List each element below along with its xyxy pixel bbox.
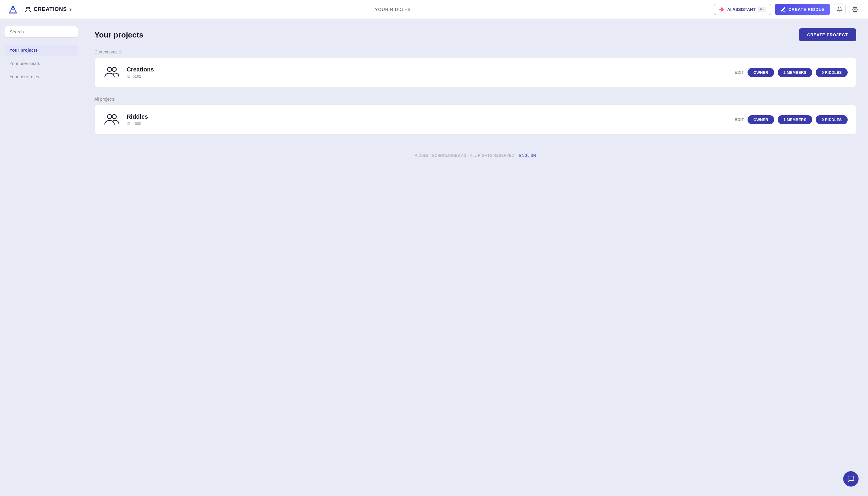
svg-point-8 <box>112 114 116 119</box>
sidebar: Your projects Your user seats Your user … <box>0 19 83 496</box>
project-edit-link-riddles[interactable]: EDIT <box>734 117 744 122</box>
search-input[interactable] <box>5 26 78 37</box>
project-card-riddles: Riddles ID: 4600 EDIT OWNER 1 MEMBERS 0 … <box>94 105 856 135</box>
sidebar-item-your-projects[interactable]: Your projects <box>5 45 78 56</box>
page-header: Your projects CREATE PROJECT <box>94 28 856 41</box>
current-project-owner-badge[interactable]: OWNER <box>747 68 774 77</box>
create-project-button[interactable]: CREATE PROJECT <box>799 28 856 41</box>
header-right: AI ASSISTANT ⌘K CREATE RIDDLE <box>714 3 861 15</box>
creations-label: CREATIONS <box>34 6 67 12</box>
current-project-riddles-badge[interactable]: 0 RIDDLES <box>816 68 848 77</box>
current-project-label: Current project <box>94 50 856 54</box>
page-title: Your projects <box>94 30 143 40</box>
main-content: Your projects CREATE PROJECT Current pro… <box>83 19 868 496</box>
all-projects-label: All projects <box>94 97 856 102</box>
project-members-badge-riddles[interactable]: 1 MEMBERS <box>778 115 812 124</box>
svg-point-3 <box>28 7 30 9</box>
project-owner-badge-riddles[interactable]: OWNER <box>747 115 774 124</box>
footer-language-link[interactable]: ENGLISH <box>519 154 536 158</box>
creations-nav[interactable]: CREATIONS ▾ <box>25 6 72 13</box>
project-name-riddles: Riddles <box>127 113 729 120</box>
chevron-down-icon: ▾ <box>69 7 72 12</box>
ai-shortcut-badge: ⌘K <box>758 7 766 12</box>
sidebar-item-your-user-roles[interactable]: Your user roles <box>5 71 78 82</box>
project-riddles-badge-riddles[interactable]: 0 RIDDLES <box>816 115 848 124</box>
svg-point-4 <box>854 9 856 10</box>
header: CREATIONS ▾ YOUR RIDDLES AI ASSISTANT ⌘K <box>0 0 868 19</box>
your-riddles-link[interactable]: YOUR RIDDLES <box>375 7 411 12</box>
main-layout: Your projects Your user seats Your user … <box>0 19 868 496</box>
project-icon <box>103 63 121 81</box>
project-id-riddles: ID: 4600 <box>127 121 729 126</box>
current-project-info: Creations ID: 5162 <box>127 66 729 79</box>
current-project-edit-link[interactable]: EDIT <box>734 70 744 75</box>
svg-point-7 <box>107 114 112 119</box>
settings-button[interactable] <box>849 3 861 15</box>
project-actions-riddles: EDIT OWNER 1 MEMBERS 0 RIDDLES <box>734 115 848 124</box>
header-center: YOUR RIDDLES <box>72 7 714 12</box>
chat-button[interactable] <box>843 471 858 486</box>
all-projects-section: All projects Riddles ID: 4600 EDIT OWNER… <box>94 97 856 135</box>
create-riddle-button[interactable]: CREATE RIDDLE <box>775 4 830 15</box>
current-project-actions: EDIT OWNER 2 MEMBERS 0 RIDDLES <box>734 68 848 77</box>
create-riddle-label: CREATE RIDDLE <box>788 7 824 12</box>
project-info-riddles: Riddles ID: 4600 <box>127 113 729 126</box>
current-project-members-badge[interactable]: 2 MEMBERS <box>778 68 812 77</box>
svg-point-5 <box>107 67 112 72</box>
current-project-section: Current project Creations ID: 5162 EDIT … <box>94 50 856 88</box>
project-icon-riddles <box>103 111 121 128</box>
svg-point-6 <box>112 67 116 72</box>
footer: RIDDLE TECHNOLOGIES AG - ALL RIGHTS RESE… <box>94 144 856 167</box>
current-project-name: Creations <box>127 66 729 73</box>
current-project-id: ID: 5162 <box>127 74 729 79</box>
sidebar-item-your-user-seats[interactable]: Your user seats <box>5 58 78 69</box>
footer-copyright: RIDDLE TECHNOLOGIES AG - ALL RIGHTS RESE… <box>415 154 518 158</box>
logo[interactable] <box>7 3 19 15</box>
ai-assistant-button[interactable]: AI ASSISTANT ⌘K <box>714 4 771 15</box>
ai-assistant-label: AI ASSISTANT <box>727 7 756 12</box>
notifications-button[interactable] <box>834 3 846 15</box>
current-project-card: Creations ID: 5162 EDIT OWNER 2 MEMBERS … <box>94 57 856 88</box>
